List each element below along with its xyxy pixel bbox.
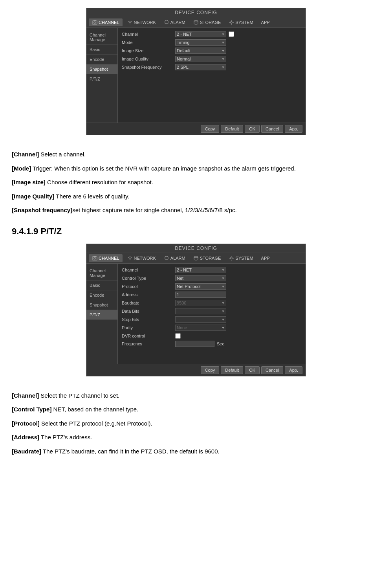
svg-point-3 [130, 24, 130, 24]
cancel-btn-2[interactable]: Cancel [261, 366, 283, 374]
ok-btn-2[interactable]: OK [245, 366, 260, 374]
image-quality-select-wrapper: Normal [175, 56, 226, 62]
svg-point-8 [231, 22, 233, 24]
ptz-baudrate-desc: [Baudrate] The PTZ's baudrate, can find … [12, 446, 380, 457]
sidebar-2: Channel Manage Basic Encode Snapshot P/T… [86, 264, 118, 364]
sidebar-ptz-1[interactable]: P/T/Z [86, 74, 117, 84]
stop-bits-label: Stop Bits [122, 317, 173, 322]
nav-channel-2[interactable]: CHANNEL [89, 254, 123, 262]
image-size-select[interactable]: Default [175, 48, 226, 54]
nav-network-1[interactable]: NETWORK [124, 18, 159, 26]
mode-select[interactable]: Timing [175, 39, 226, 46]
svg-rect-9 [92, 257, 97, 260]
sidebar-encode-2[interactable]: Encode [86, 290, 117, 300]
channel-checkbox-1[interactable] [229, 31, 234, 37]
svg-rect-2 [93, 20, 96, 21]
system-icon [229, 20, 234, 25]
field-row-baudrate: Baudrate 9500 [122, 300, 302, 306]
sidebar-basic-1[interactable]: Basic [86, 45, 117, 55]
nav-app-2[interactable]: APP [258, 255, 273, 262]
snapshot-freq-select-wrapper: 2 SPL [175, 64, 226, 70]
ptz-control-type-term: [Control Type] [12, 406, 51, 413]
sidebar-ptz-2[interactable]: P/T/Z [86, 310, 117, 320]
ptz-control-type-desc: [Control Type] NET, based on the channel… [12, 404, 380, 415]
nav-alarm-2[interactable]: ALARM [161, 254, 189, 262]
camera-icon [92, 20, 97, 25]
copy-btn-2[interactable]: Copy [201, 366, 220, 374]
mode-select-wrapper: Timing [175, 39, 226, 46]
field-row-snapshot-freq: Snapshot Frequency 2 SPL [122, 64, 302, 70]
nav-system-2[interactable]: SYSTEM [225, 254, 256, 262]
svg-rect-13 [165, 257, 168, 259]
channel-select-wrapper-1: 2 - NET [175, 31, 226, 37]
channel-label-2: Channel [122, 268, 173, 272]
image-quality-select[interactable]: Normal [175, 56, 226, 62]
dvr-control-checkbox[interactable] [175, 333, 181, 339]
image-quality-term: [Image Quality] [12, 193, 54, 200]
frequency-label: Frequency [122, 341, 173, 346]
panel-footer-1: Copy Default OK Cancel App. [86, 123, 306, 135]
snapshot-descriptions: [Channel] Select a channel. [Mode] Trigg… [12, 149, 380, 215]
stop-bits-select[interactable] [175, 316, 226, 323]
default-btn-2[interactable]: Default [221, 366, 243, 374]
field-row-stop-bits: Stop Bits [122, 316, 302, 323]
ptz-baudrate-term: [Baudrate] [12, 448, 41, 455]
app-btn-2[interactable]: App. [285, 366, 302, 374]
wifi-icon [127, 20, 133, 25]
main-content-1: Channel 2 - NET Mode Timing [118, 28, 306, 123]
field-row-channel-2: Channel 2 - NET [122, 267, 302, 273]
ptz-address-term: [Address] [12, 434, 39, 440]
sidebar-snapshot-1[interactable]: Snapshot [86, 64, 117, 74]
sidebar-encode-1[interactable]: Encode [86, 55, 117, 64]
channel-select-2[interactable]: 2 - NET [175, 267, 226, 273]
panel-title-2: DEVICE CONFIG [86, 244, 306, 253]
device-config-panel-2: DEVICE CONFIG CHANNEL NETWORK [86, 244, 306, 376]
svg-rect-0 [92, 21, 97, 24]
baudrate-select[interactable]: 9500 [175, 300, 226, 306]
ok-btn-1[interactable]: OK [245, 125, 260, 133]
image-size-desc: [Image size] Choose different resolution… [12, 177, 380, 187]
snapshot-freq-select[interactable]: 2 SPL [175, 64, 226, 70]
app-btn-1[interactable]: App. [285, 125, 302, 133]
copy-btn-1[interactable]: Copy [201, 125, 220, 133]
control-type-select[interactable]: Net [175, 275, 226, 281]
image-size-label: Image Size [122, 48, 173, 53]
sidebar-channel-manage-2[interactable]: Channel Manage [86, 266, 117, 281]
nav-network-2[interactable]: NETWORK [124, 254, 159, 262]
nav-storage-1[interactable]: STORAGE [190, 18, 224, 26]
nav-alarm-1[interactable]: ALARM [161, 18, 189, 26]
device-config-panel-1: DEVICE CONFIG CHANNEL NETWORK [86, 8, 306, 135]
panel-footer-2: Copy Default OK Cancel App. [86, 364, 306, 376]
storage-icon-nav [193, 20, 199, 25]
sidebar-channel-manage-1[interactable]: Channel Manage [86, 30, 117, 45]
nav-system-1[interactable]: SYSTEM [225, 18, 256, 26]
field-row-frequency: Frequency Sec. [122, 341, 302, 347]
parity-select[interactable]: None [175, 325, 226, 331]
nav-app-1[interactable]: APP [258, 19, 273, 26]
bell-icon-2 [164, 255, 169, 261]
frequency-input[interactable] [175, 341, 214, 347]
svg-rect-4 [165, 21, 168, 24]
panel-nav-1: CHANNEL NETWORK ALARM [86, 17, 306, 28]
protocol-select[interactable]: Net Protocol [175, 283, 226, 290]
svg-point-17 [231, 257, 233, 259]
baudrate-select-wrapper: 9500 [175, 300, 226, 306]
cancel-btn-1[interactable]: Cancel [261, 125, 283, 133]
system-icon-2 [229, 255, 234, 261]
protocol-select-wrapper: Net Protocol [175, 283, 226, 290]
sidebar-snapshot-2[interactable]: Snapshot [86, 300, 117, 310]
data-bits-select[interactable] [175, 308, 226, 314]
default-btn-1[interactable]: Default [221, 125, 243, 133]
nav-channel-1[interactable]: CHANNEL [89, 18, 123, 26]
snapshot-freq-label: Snapshot Frequency [122, 65, 173, 70]
address-input[interactable] [175, 292, 226, 298]
panel-title-1: DEVICE CONFIG [86, 8, 306, 17]
panel-body-1: Channel Manage Basic Encode Snapshot P/T… [86, 28, 306, 123]
nav-storage-2[interactable]: STORAGE [190, 254, 224, 262]
channel-select-1[interactable]: 2 - NET [175, 31, 226, 37]
sidebar-basic-2[interactable]: Basic [86, 281, 117, 290]
image-quality-desc: [Image Quality] There are 6 levels of qu… [12, 191, 380, 202]
section-ptz-heading: 9.4.1.9 P/T/Z [12, 226, 380, 237]
channel-label-1: Channel [122, 32, 173, 37]
svg-point-10 [94, 257, 96, 259]
